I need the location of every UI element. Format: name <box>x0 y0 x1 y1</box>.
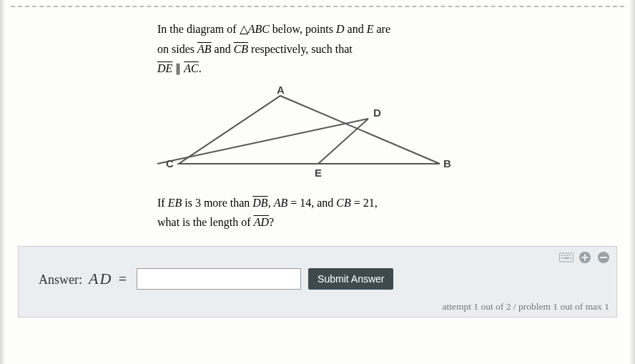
segment-db: DB <box>252 197 267 209</box>
text: and <box>345 23 367 35</box>
text: and <box>212 43 234 55</box>
svg-rect-7 <box>569 255 571 256</box>
question-line-1: If EB is 3 more than DB, AB = 14, and CB… <box>157 195 486 211</box>
parallel-symbol: ∥ <box>172 62 184 74</box>
answer-input[interactable] <box>137 268 301 290</box>
answer-var: AD <box>89 270 112 287</box>
problem-statement: In the diagram of △ABC below, points D a… <box>157 21 486 230</box>
minus-icon[interactable] <box>596 251 611 264</box>
attempt-status: attempt 1 out of 2 / problem 1 out of ma… <box>19 300 616 317</box>
svg-rect-6 <box>566 255 568 256</box>
problem-line-2: on sides AB and CB respectively, such th… <box>157 41 486 57</box>
label-c: C <box>166 157 174 169</box>
keyboard-icon[interactable] <box>559 251 574 264</box>
svg-rect-8 <box>561 257 563 259</box>
text: on sides <box>157 43 197 55</box>
svg-rect-9 <box>563 257 568 259</box>
text: = 21, <box>351 197 378 209</box>
text: ? <box>269 216 274 228</box>
label-a: A <box>277 85 285 96</box>
var-eb: EB <box>168 197 182 209</box>
answer-panel: Answer: AD = Submit Answer attempt 1 out… <box>18 246 617 318</box>
label-b: B <box>443 157 451 169</box>
toolbar <box>19 247 616 264</box>
text: = 14, and <box>287 197 336 209</box>
svg-marker-0 <box>179 96 440 164</box>
text: is 3 more than <box>182 197 252 209</box>
text: If <box>157 197 168 209</box>
question-line-2: what is the length of AD? <box>157 215 486 230</box>
var-ab: AB <box>274 197 288 209</box>
segment-de: DE <box>157 62 172 74</box>
segment-ad: AD <box>254 216 269 228</box>
point-d: D <box>336 23 345 35</box>
segment-ab: AB <box>197 43 212 55</box>
text: In the diagram of <box>157 23 240 35</box>
answer-word: Answer: <box>39 272 82 287</box>
answer-label: Answer: AD = <box>39 270 129 288</box>
submit-answer-button[interactable]: Submit Answer <box>308 268 393 290</box>
segment-cb: CB <box>234 43 248 55</box>
plus-icon[interactable] <box>578 251 592 264</box>
geometry-diagram: A B C D E <box>157 85 486 185</box>
text: respectively, such that <box>248 43 353 55</box>
problem-line-1: In the diagram of △ABC below, points D a… <box>157 21 486 37</box>
triangle-symbol: △ <box>240 23 248 35</box>
segment-ac: AC <box>184 62 198 74</box>
equals-sign: = <box>119 271 127 287</box>
label-e: E <box>315 167 322 179</box>
svg-line-2 <box>318 119 368 164</box>
label-d: D <box>373 107 381 119</box>
svg-line-1 <box>157 119 368 164</box>
text: , <box>268 197 274 209</box>
text: . <box>199 62 202 74</box>
section-divider <box>11 6 624 7</box>
problem-line-3: DE ∥ AC. <box>157 61 486 77</box>
text: below, points <box>270 23 336 35</box>
answer-row: Answer: AD = Submit Answer <box>19 264 616 300</box>
svg-rect-5 <box>563 255 565 256</box>
svg-rect-10 <box>570 257 571 259</box>
triangle-name: ABC <box>248 23 270 35</box>
var-cb: CB <box>336 197 350 209</box>
text: what is the length of <box>157 216 254 228</box>
svg-rect-4 <box>561 255 563 256</box>
text: are <box>373 23 390 35</box>
